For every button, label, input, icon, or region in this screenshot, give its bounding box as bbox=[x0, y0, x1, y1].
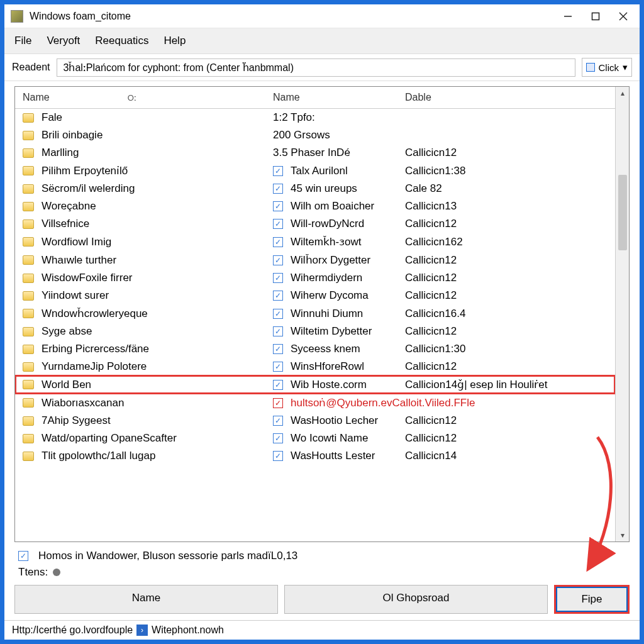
list-pane: Name Oː Name Dable Fale1:2 Tpfo:Brili oi… bbox=[14, 86, 630, 542]
column-header-name2[interactable]: Name bbox=[267, 92, 399, 103]
row-checkbox[interactable]: ✓ bbox=[273, 398, 283, 408]
ghopsroad-button[interactable]: Ol Ghopsroad bbox=[284, 585, 548, 614]
folder-cell: YurndameJip Polotere bbox=[15, 360, 267, 373]
table-row[interactable]: 7Ahip Sygeest✓WasHootio LecherCallicicn1… bbox=[15, 412, 615, 430]
table-row[interactable]: World Ben✓Wib Hoste.cormCallicion14ǧ| es… bbox=[15, 375, 615, 394]
folder-icon bbox=[23, 148, 34, 158]
name-cell: ✓Wo Icowti Name bbox=[267, 432, 399, 445]
name-label: Wib Hoste.corm bbox=[291, 379, 367, 391]
row-checkbox[interactable]: ✓ bbox=[273, 433, 283, 443]
name-label: Wiherw Dycoma bbox=[291, 289, 369, 302]
table-row[interactable]: Tlit gpolowthc/1all lugap✓WasHoutts Lest… bbox=[15, 447, 615, 465]
dable-cell bbox=[399, 129, 615, 142]
row-checkbox[interactable]: ✓ bbox=[273, 451, 283, 461]
folder-icon bbox=[23, 327, 34, 336]
dable-cell: Callicicn12 bbox=[399, 218, 615, 230]
option-checkbox[interactable]: ✓ bbox=[18, 551, 28, 561]
table-row[interactable]: Marlling3.5 Phaser InDéCallicicn12 bbox=[15, 144, 615, 162]
row-checkbox[interactable]: ✓ bbox=[273, 237, 283, 247]
folder-cell: Wordfiowl Imig bbox=[15, 235, 267, 248]
menu-help[interactable]: Help bbox=[164, 35, 186, 47]
name-label: WasHoutts Lester bbox=[291, 450, 375, 462]
scroll-thumb[interactable] bbox=[618, 175, 627, 250]
folder-icon bbox=[23, 291, 34, 301]
column-header-dable[interactable]: Dable bbox=[399, 92, 615, 103]
row-checkbox[interactable]: ✓ bbox=[273, 362, 283, 372]
folder-icon bbox=[23, 345, 34, 354]
status-indicator-icon bbox=[53, 569, 60, 576]
table-row[interactable]: Wiaborıasxcanan✓hultsoṅ@Qyubern.evCalloi… bbox=[15, 394, 615, 412]
table-row[interactable]: Watd/oparting OpaneScafter✓Wo Icowti Nam… bbox=[15, 430, 615, 447]
maximize-button[interactable] bbox=[582, 7, 609, 26]
row-checkbox[interactable]: ✓ bbox=[273, 326, 283, 336]
folder-cell: Brili oinbagie bbox=[15, 129, 267, 142]
option-row: ✓ Homos in Wandower, Bluson sessorie par… bbox=[4, 545, 640, 564]
minimize-icon bbox=[564, 12, 572, 21]
dable-cell: Callicicn12 bbox=[399, 360, 615, 373]
menu-veryoft[interactable]: Veryoft bbox=[47, 35, 80, 47]
fipe-button[interactable]: Fipe bbox=[554, 585, 630, 614]
name-label: Wilȟorx Dygetter bbox=[291, 253, 370, 267]
row-checkbox[interactable]: ✓ bbox=[273, 273, 283, 283]
folder-label: Marlling bbox=[42, 147, 79, 159]
row-checkbox[interactable]: ✓ bbox=[273, 380, 283, 390]
row-checkbox[interactable]: ✓ bbox=[273, 255, 283, 265]
name-cell: ✓Wib Hoste.corm bbox=[267, 378, 399, 391]
row-checkbox[interactable]: ✓ bbox=[273, 344, 283, 354]
name-button[interactable]: Name bbox=[14, 585, 278, 614]
table-row[interactable]: Syge abse✓Wiltetim DybetterCallicicn12 bbox=[15, 323, 615, 340]
table-row[interactable]: Yiindowt surer✓Wiherw DycomaCallicicn12 bbox=[15, 287, 615, 304]
table-row[interactable]: Fale1:2 Tpfo: bbox=[15, 109, 615, 126]
folder-label: Wndowȟcrowleryeque bbox=[42, 307, 148, 320]
name-label: Wihermdiydern bbox=[291, 272, 362, 284]
row-checkbox[interactable]: ✓ bbox=[273, 416, 283, 426]
folder-icon bbox=[23, 380, 34, 389]
statusbar-crumb[interactable]: Witephont.nowh bbox=[152, 625, 224, 636]
statusbar-url[interactable]: Http:/Icerthé go.lvordfouple bbox=[12, 625, 133, 636]
minimize-button[interactable] bbox=[554, 7, 582, 26]
table-row[interactable]: Villsefnice✓Will-rowDyNcrdCallicicn12 bbox=[15, 215, 615, 233]
titlebar: Windows foam_citome bbox=[4, 4, 640, 28]
folder-cell: Pilihm Erpoyteni̇lő bbox=[15, 164, 267, 177]
row-checkbox[interactable]: ✓ bbox=[273, 166, 283, 176]
folder-icon bbox=[23, 274, 34, 283]
table-row[interactable]: Pilihm Erpoyteni̇lő✓Talx AurilonlCallici… bbox=[15, 162, 615, 180]
close-button[interactable] bbox=[609, 7, 637, 26]
table-row[interactable]: WisdowFoxile firrer✓WihermdiydernCallici… bbox=[15, 269, 615, 287]
name-label: Wiltetim Dybetter bbox=[291, 325, 372, 338]
table-row[interactable]: Erbing Picrercess/fäne✓Syceess knemCalli… bbox=[15, 340, 615, 358]
click-dropdown[interactable]: Click ▾ bbox=[582, 58, 633, 77]
name-cell: ✓Wilh om Boaicher bbox=[267, 200, 399, 213]
row-checkbox[interactable]: ✓ bbox=[273, 219, 283, 229]
row-checkbox[interactable]: ✓ bbox=[273, 201, 283, 211]
table-row[interactable]: Wndowȟcrowleryeque✓Winnuhi DiumnCallicic… bbox=[15, 304, 615, 323]
name-cell: ✓WasHootio Lecher bbox=[267, 414, 399, 427]
path-input[interactable]: 3ȟalːPlańcom for cyphont: from (Center ḧ… bbox=[57, 58, 575, 77]
table-row[interactable]: Sëcrom/il welerding✓45 win ureupsCale 82 bbox=[15, 180, 615, 197]
dable-cell: Callicicn14 bbox=[399, 450, 615, 462]
name-cell: ✓Syceess knem bbox=[267, 343, 399, 355]
row-checkbox[interactable]: ✓ bbox=[273, 184, 283, 194]
dable-cell: Cale 82 bbox=[399, 182, 615, 195]
folder-cell: World Ben bbox=[15, 378, 267, 391]
table-row[interactable]: Brili oinbagie200 Grsows bbox=[15, 126, 615, 144]
scroll-down-icon[interactable]: ▾ bbox=[616, 529, 629, 541]
folder-label: Woreçabne bbox=[42, 200, 96, 213]
scroll-up-icon[interactable]: ▴ bbox=[616, 87, 629, 99]
dable-cell: Callicicn12 bbox=[399, 147, 615, 159]
breadcrumb-sep-icon: › bbox=[136, 625, 148, 636]
vertical-scrollbar[interactable]: ▴ ▾ bbox=[615, 87, 629, 541]
name-cell: ✓Wihermdiydern bbox=[267, 272, 399, 284]
table-row[interactable]: Wordfiowl Imig✓Wiltemǩh-ɜowtCallicicn162 bbox=[15, 233, 615, 251]
table-row[interactable]: Whaıwle turther✓Wilȟorx DygetterCallicic… bbox=[15, 251, 615, 269]
folder-cell: Woreçabne bbox=[15, 200, 267, 213]
folder-icon bbox=[23, 113, 34, 123]
table-row[interactable]: Woreçabne✓Wilh om BoaicherCallicicn13 bbox=[15, 197, 615, 215]
table-row[interactable]: YurndameJip Polotere✓WinsHforeRowlCallic… bbox=[15, 358, 615, 375]
menu-file[interactable]: File bbox=[14, 35, 31, 47]
menu-reequatics[interactable]: Reequatics bbox=[95, 35, 148, 47]
row-checkbox[interactable]: ✓ bbox=[273, 309, 283, 319]
dable-cell: Callicicn12 bbox=[399, 414, 615, 427]
row-checkbox[interactable]: ✓ bbox=[273, 291, 283, 301]
column-header-name1[interactable]: Name Oː bbox=[15, 92, 267, 103]
